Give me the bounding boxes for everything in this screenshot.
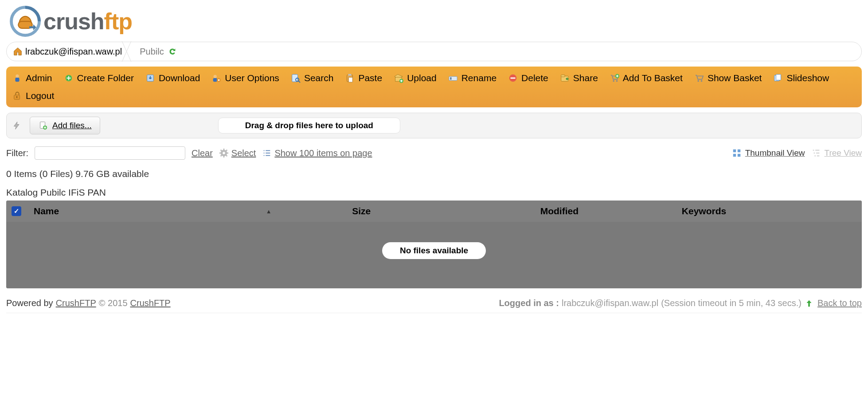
logout-button[interactable]: Logout xyxy=(11,88,56,104)
svg-rect-16 xyxy=(349,77,353,82)
svg-rect-4 xyxy=(15,78,19,82)
cart-add-icon xyxy=(610,73,619,83)
svg-point-26 xyxy=(616,80,618,82)
rename-button[interactable]: Rename xyxy=(446,70,498,86)
paste-icon xyxy=(345,73,355,83)
svg-rect-22 xyxy=(511,78,516,79)
empty-message: No files available xyxy=(382,242,486,259)
grid-icon xyxy=(732,148,742,158)
svg-line-42 xyxy=(220,150,222,151)
svg-point-37 xyxy=(223,152,225,154)
slideshow-button[interactable]: Slideshow xyxy=(771,70,831,86)
filter-input[interactable] xyxy=(35,146,185,160)
svg-rect-33 xyxy=(16,96,17,98)
select-all-checkbox[interactable]: ✓ xyxy=(6,202,27,220)
file-add-icon xyxy=(38,121,48,130)
table-header: ✓ Name ▲ Size Modified Keywords xyxy=(6,201,862,222)
svg-rect-15 xyxy=(348,74,352,76)
refresh-icon[interactable] xyxy=(168,47,177,56)
search-icon xyxy=(291,73,301,83)
search-button[interactable]: Search xyxy=(289,70,336,86)
add-to-basket-button[interactable]: Add To Basket xyxy=(608,70,684,86)
crushftp-link-2[interactable]: CrushFTP xyxy=(130,298,171,308)
svg-point-7 xyxy=(214,75,217,78)
rename-icon xyxy=(448,73,458,83)
clear-link[interactable]: Clear xyxy=(192,148,213,158)
breadcrumb-folder-label: Pubilc xyxy=(140,47,164,57)
svg-rect-53 xyxy=(738,149,740,152)
upload-button[interactable]: Upload xyxy=(392,70,438,86)
status-items: 0 Items (0 Files) 9.76 GB available xyxy=(6,169,862,179)
footer: Powered by CrushFTP © 2015 CrushFTP Logg… xyxy=(6,298,862,313)
dropzone-label: Drag & drop files here to upload xyxy=(245,121,373,130)
user-gear-icon xyxy=(211,73,221,83)
crushftp-link-1[interactable]: CrushFTP xyxy=(56,298,96,308)
powered-by-label: Powered by xyxy=(6,298,53,308)
add-icon xyxy=(64,73,74,83)
add-files-button[interactable]: Add files... xyxy=(30,117,100,134)
col-size[interactable]: Size xyxy=(279,201,444,222)
svg-rect-31 xyxy=(776,75,781,80)
delete-icon xyxy=(508,73,518,83)
col-modified[interactable]: Modified xyxy=(444,201,675,222)
tree-view-button[interactable]: Tree View xyxy=(811,148,862,158)
svg-point-29 xyxy=(701,80,703,82)
table-body: No files available xyxy=(6,222,862,288)
add-files-label: Add files... xyxy=(52,121,92,130)
breadcrumb: lrabczuk@ifispan.waw.pl Pubilc xyxy=(6,42,862,61)
breadcrumb-home[interactable]: lrabczuk@ifispan.waw.pl xyxy=(13,47,122,57)
session-timeout: (Session timeout in 5 min, 43 secs.) xyxy=(661,298,802,308)
breadcrumb-folder[interactable]: Pubilc xyxy=(140,47,177,57)
logo-icon xyxy=(9,5,42,37)
col-keywords[interactable]: Keywords xyxy=(675,201,862,222)
svg-point-25 xyxy=(613,80,614,82)
filter-row: Filter: Clear Select Show 100 items on p… xyxy=(6,146,862,160)
show-basket-button[interactable]: Show Basket xyxy=(692,70,764,86)
svg-rect-19 xyxy=(449,76,457,80)
slideshow-icon xyxy=(773,73,783,83)
select-link[interactable]: Select xyxy=(219,148,256,158)
svg-line-45 xyxy=(226,150,227,151)
svg-rect-24 xyxy=(561,75,565,77)
svg-rect-54 xyxy=(733,154,735,157)
upload-bar: Add files... Drag & drop files here to u… xyxy=(6,113,862,138)
share-button[interactable]: Share xyxy=(558,70,600,86)
svg-rect-20 xyxy=(450,77,451,80)
dropzone[interactable]: Drag & drop files here to upload xyxy=(218,118,400,134)
arrow-up-icon xyxy=(804,299,814,308)
svg-point-28 xyxy=(697,80,699,82)
logged-in-label: Logged in as : xyxy=(499,298,559,308)
thumbnail-view-button[interactable]: Thumbnail View xyxy=(732,148,805,158)
svg-rect-52 xyxy=(733,149,735,152)
paste-button[interactable]: Paste xyxy=(343,70,384,86)
home-icon xyxy=(13,47,23,56)
upload-icon xyxy=(394,73,403,83)
breadcrumb-home-label: lrabczuk@ifispan.waw.pl xyxy=(25,47,122,57)
create-folder-button[interactable]: Create Folder xyxy=(62,70,136,86)
copyright: © 2015 xyxy=(99,298,128,308)
user-options-button[interactable]: User Options xyxy=(210,70,281,86)
bolt-icon xyxy=(11,118,23,133)
svg-line-43 xyxy=(226,155,227,157)
tree-icon xyxy=(811,148,821,158)
app-logo: crushftp xyxy=(6,4,132,42)
delete-button[interactable]: Delete xyxy=(506,70,550,86)
share-icon xyxy=(560,73,570,83)
svg-point-10 xyxy=(218,79,220,81)
sort-asc-icon: ▲ xyxy=(266,208,272,215)
cart-icon xyxy=(694,73,704,83)
paging-link[interactable]: Show 100 items on page xyxy=(262,148,372,158)
logout-icon xyxy=(12,91,22,101)
svg-point-3 xyxy=(16,75,19,78)
col-name[interactable]: Name ▲ xyxy=(27,201,279,222)
admin-icon xyxy=(12,73,22,83)
list-icon xyxy=(262,148,272,158)
svg-rect-8 xyxy=(213,78,217,82)
catalog-label: Katalog Pubilc IFiS PAN xyxy=(6,187,862,198)
back-to-top-link[interactable]: Back to top xyxy=(804,298,862,308)
filter-label: Filter: xyxy=(6,148,28,158)
download-button[interactable]: Download xyxy=(144,70,202,86)
download-icon xyxy=(145,73,155,83)
admin-button[interactable]: Admin xyxy=(11,70,54,86)
session-user: lrabczuk@ifispan.waw.pl xyxy=(562,298,658,308)
